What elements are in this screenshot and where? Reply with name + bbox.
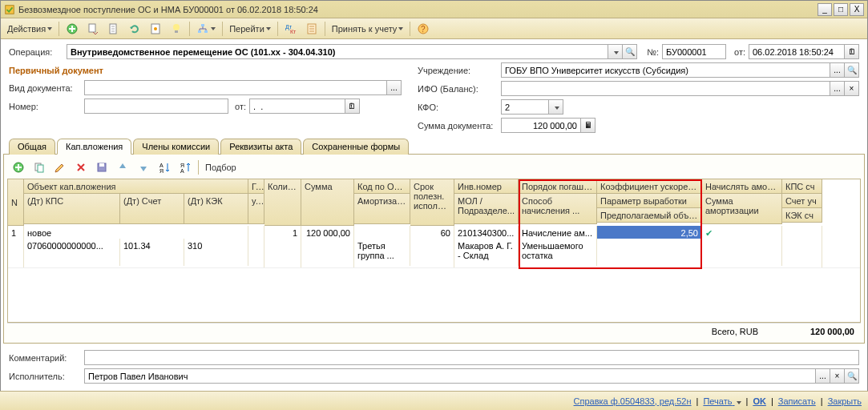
number-field[interactable] — [84, 98, 228, 114]
table-row[interactable]: 1 новое 07060000000000... 101.34 310 1 1… — [8, 226, 860, 268]
grid-toolbar: АЯ ЯА Подбор — [7, 158, 861, 179]
accept-button[interactable]: Принять к учету — [329, 21, 407, 37]
number-date-field[interactable] — [249, 98, 345, 114]
add-button[interactable] — [63, 21, 82, 37]
tab-general[interactable]: Общая — [9, 139, 55, 155]
col-g[interactable]: Г... — [248, 179, 264, 194]
lamp-button[interactable] — [167, 21, 186, 37]
executor-select-button[interactable]: ... — [816, 368, 830, 384]
maximize-button[interactable]: □ — [834, 3, 848, 16]
executor-field[interactable] — [84, 368, 816, 384]
grid-down-button[interactable] — [134, 159, 153, 175]
org-select-button[interactable]: ... — [830, 62, 845, 78]
col-coef[interactable]: Коэффициент ускорения — [597, 179, 702, 194]
col-kekacc[interactable]: КЭК сч — [782, 208, 822, 223]
col-n[interactable]: N — [8, 179, 24, 226]
operation-lookup-button[interactable]: 🔍 — [623, 44, 637, 59]
structure-button[interactable] — [193, 21, 219, 37]
grid-save-button[interactable] — [92, 159, 111, 175]
doc-type-field[interactable] — [84, 80, 387, 95]
tab-kapvlozh[interactable]: Кап.вложения — [57, 139, 131, 155]
col-inv[interactable]: Инв.номер — [454, 179, 519, 194]
org-lookup-button[interactable]: 🔍 — [845, 62, 859, 78]
ifo-clear-button[interactable]: × — [845, 81, 859, 96]
grid-add-button[interactable] — [9, 159, 28, 175]
doc-out-button[interactable] — [83, 21, 103, 37]
col-sum[interactable]: Сумма — [301, 179, 354, 226]
date-picker-button[interactable]: 🗓 — [845, 44, 859, 59]
col-sumam[interactable]: Сумма амортизации — [702, 194, 782, 224]
col-ktacc[interactable]: Счет уч — [782, 194, 822, 208]
config-button[interactable] — [146, 21, 165, 37]
col-qty[interactable]: Колич... — [264, 179, 301, 226]
ok-button[interactable]: OK — [753, 396, 766, 406]
col-life[interactable]: Срок полезн. использ... — [410, 179, 454, 226]
grid-copy-button[interactable] — [30, 159, 49, 175]
grid[interactable]: N Объект кап.вложения (Дт) КПС (Дт) Счет… — [7, 179, 861, 323]
ifo-field[interactable] — [501, 81, 830, 96]
col-obj[interactable]: Объект кап.вложения — [24, 179, 248, 194]
grid-sort-asc-button[interactable]: АЯ — [155, 159, 174, 175]
main-toolbar: Действия Перейти ДтКт Принять к учету ? — [1, 18, 867, 39]
col-dtkek[interactable]: (Дт) КЭК — [184, 194, 248, 224]
executor-lookup-button[interactable]: 🔍 — [845, 368, 859, 384]
close-button[interactable]: X — [850, 3, 864, 16]
save-button[interactable]: Записать — [778, 396, 816, 406]
col-calc[interactable]: Начислять аморти... — [702, 179, 782, 194]
cell-sum: 120 000,00 — [301, 226, 354, 267]
cell-method2: Уменьшаемого остатка — [519, 239, 597, 266]
cell-g — [248, 226, 264, 267]
refresh-icon — [128, 22, 141, 35]
sort-desc-icon: ЯА — [179, 161, 192, 174]
ref-link[interactable]: Справка ф.0504833, ред.52н — [574, 396, 692, 406]
grid-edit-button[interactable] — [50, 159, 70, 175]
grid-up-button[interactable] — [113, 159, 132, 175]
doc-type-select-button[interactable]: ... — [387, 80, 402, 95]
tab-act-requisites[interactable]: Реквизиты акта — [220, 139, 301, 155]
comment-field[interactable] — [84, 350, 859, 365]
executor-label: Исполнитель: — [9, 372, 81, 381]
print-link[interactable]: Печать — [703, 396, 741, 406]
num-field[interactable] — [662, 44, 726, 59]
grid-sort-desc-button[interactable]: ЯА — [176, 159, 195, 175]
col-param[interactable]: Параметр выработки — [597, 194, 702, 208]
col-method[interactable]: Способ начисления ... — [519, 194, 597, 224]
tab-commission[interactable]: Члены комиссии — [133, 139, 219, 155]
org-field[interactable] — [501, 62, 830, 78]
col-dtacc[interactable]: (Дт) Счет — [120, 194, 184, 224]
operation-dropdown-button[interactable] — [608, 44, 623, 59]
sum-calc-button[interactable]: 🖩 — [581, 118, 595, 133]
executor-clear-button[interactable]: × — [830, 368, 845, 384]
close-link[interactable]: Закрыть — [828, 396, 862, 406]
grid-selection-button[interactable]: Подбор — [202, 159, 240, 175]
grid-delete-button[interactable] — [71, 159, 91, 175]
date-field[interactable] — [749, 44, 845, 59]
col-vol[interactable]: Предполагаемый объем... — [597, 208, 702, 223]
goto-menu[interactable]: Перейти — [226, 21, 274, 37]
doc-button[interactable] — [104, 21, 123, 37]
sum-field[interactable] — [501, 118, 581, 133]
actions-menu[interactable]: Действия — [4, 21, 55, 37]
col-amort[interactable]: Амортизац... — [354, 194, 410, 224]
col-ok[interactable]: Код по ОК... — [354, 179, 410, 194]
config-icon — [149, 22, 162, 35]
col-repay[interactable]: Порядок погаше... — [519, 179, 597, 194]
col-dtkps[interactable]: (Дт) КПС — [24, 194, 120, 224]
ifo-select-button[interactable]: ... — [830, 81, 845, 96]
kfo-field[interactable] — [501, 99, 549, 115]
tab-panel: АЯ ЯА Подбор N Объект кап.вложения (Дт) … — [3, 154, 865, 344]
tab-saved-forms[interactable]: Сохраненные формы — [303, 139, 409, 155]
cell-coef[interactable]: 2,50 — [597, 226, 702, 239]
number-date-picker-button[interactable]: 🗓 — [345, 98, 360, 114]
kfo-dropdown-button[interactable] — [549, 99, 563, 115]
col-mol[interactable]: МОЛ / Подразделе... — [454, 194, 519, 224]
refresh-button[interactable] — [125, 21, 144, 37]
help-button[interactable]: ? — [414, 21, 433, 37]
svg-rect-7 — [175, 30, 178, 33]
operation-field[interactable] — [67, 44, 608, 59]
dtkt-button[interactable]: ДтКт — [281, 21, 301, 37]
col-u[interactable]: у... — [248, 194, 264, 224]
minimize-button[interactable]: _ — [818, 3, 832, 16]
col-kps[interactable]: КПС сч — [782, 179, 822, 194]
report-button[interactable] — [302, 21, 321, 37]
